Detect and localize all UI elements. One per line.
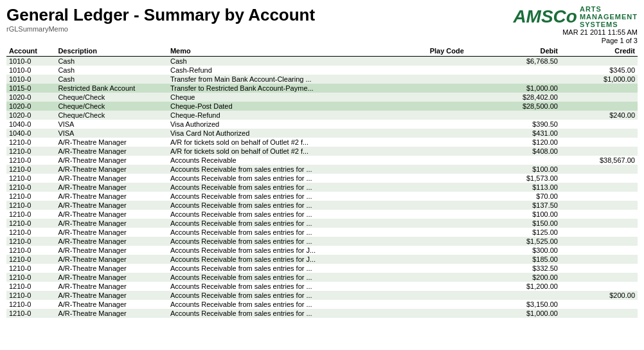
table-cell <box>560 219 638 228</box>
table-row: 1010-0CashCash-Refund$345.00 <box>6 66 638 75</box>
table-row: 1210-0A/R-Theatre ManagerAccounts Receiv… <box>6 273 638 282</box>
table-cell: Accounts Receivable from sales entries f… <box>168 282 427 291</box>
table-cell: 1210-0 <box>6 246 55 255</box>
table-row: 1210-0A/R-Theatre ManagerAccounts Receiv… <box>6 264 638 273</box>
table-row: 1210-0A/R-Theatre ManagerAccounts Receiv… <box>6 174 638 183</box>
table-cell <box>427 237 483 246</box>
table-cell: Cheque-Refund <box>168 111 427 120</box>
table-row: 1210-0A/R-Theatre ManagerAccounts Receiv… <box>6 255 638 264</box>
table-row: 1210-0A/R-Theatre ManagerAccounts Receiv… <box>6 309 638 318</box>
table-cell <box>427 66 483 75</box>
table-cell: Accounts Receivable from sales entries f… <box>168 273 427 282</box>
table-cell: A/R-Theatre Manager <box>55 237 168 246</box>
table-cell <box>560 102 638 111</box>
table-cell: 1020-0 <box>6 102 55 111</box>
col-header-description: Description <box>55 46 168 57</box>
table-cell <box>427 246 483 255</box>
datetime-display: MAR 21 2011 11:55 AM <box>562 28 638 36</box>
table-cell <box>427 219 483 228</box>
table-cell: Accounts Receivable from sales entries f… <box>168 165 427 174</box>
table-row: 1210-0A/R-Theatre ManagerAccounts Receiv… <box>6 291 638 300</box>
table-cell <box>560 138 638 147</box>
table-cell: A/R-Theatre Manager <box>55 210 168 219</box>
table-row: 1210-0A/R-Theatre ManagerAccounts Receiv… <box>6 237 638 246</box>
table-row: 1210-0A/R-Theatre ManagerAccounts Receiv… <box>6 201 638 210</box>
table-cell <box>427 183 483 192</box>
table-cell: $125.00 <box>483 228 560 237</box>
table-wrapper: Account Description Memo Play Code Debit… <box>6 46 638 318</box>
table-cell: Accounts Receivable from sales entries f… <box>168 192 427 201</box>
table-cell: Cheque/Check <box>55 93 168 102</box>
table-row: 1210-0A/R-Theatre ManagerAccounts Receiv… <box>6 156 638 165</box>
table-cell: Accounts Receivable from sales entries f… <box>168 246 427 255</box>
table-cell: $6,768.50 <box>483 57 560 66</box>
table-cell <box>560 201 638 210</box>
table-cell <box>427 264 483 273</box>
table-cell: $185.00 <box>483 255 560 264</box>
table-row: 1010-0CashTransfer from Main Bank Accoun… <box>6 75 638 84</box>
table-cell: A/R-Theatre Manager <box>55 291 168 300</box>
table-cell: $1,000.00 <box>483 84 560 93</box>
table-cell: Accounts Receivable from sales entries f… <box>168 255 427 264</box>
table-cell: 1040-0 <box>6 120 55 129</box>
logo-management: MANAGEMENT <box>580 13 638 21</box>
table-row: 1210-0A/R-Theatre ManagerAccounts Receiv… <box>6 228 638 237</box>
col-header-play-code: Play Code <box>427 46 483 57</box>
table-cell: $120.00 <box>483 138 560 147</box>
table-cell: $1,000.00 <box>560 75 638 84</box>
title-block: General Ledger - Summary by Account rGLS… <box>6 5 315 33</box>
table-row: 1210-0A/R-Theatre ManagerAccounts Receiv… <box>6 219 638 228</box>
table-cell: 1210-0 <box>6 237 55 246</box>
ledger-table: Account Description Memo Play Code Debit… <box>6 46 638 318</box>
table-cell: Accounts Receivable from sales entries f… <box>168 210 427 219</box>
table-cell: A/R-Theatre Manager <box>55 138 168 147</box>
table-cell: $200.00 <box>483 273 560 282</box>
table-cell: $100.00 <box>483 210 560 219</box>
table-cell <box>427 120 483 129</box>
table-row: 1210-0A/R-Theatre ManagerA/R for tickets… <box>6 147 638 156</box>
table-row: 1210-0A/R-Theatre ManagerAccounts Receiv… <box>6 192 638 201</box>
table-cell: Cheque/Check <box>55 111 168 120</box>
table-cell <box>560 237 638 246</box>
table-cell: Transfer from Main Bank Account-Clearing… <box>168 75 427 84</box>
table-cell: A/R-Theatre Manager <box>55 273 168 282</box>
table-cell: Accounts Receivable from sales entries f… <box>168 201 427 210</box>
col-header-memo: Memo <box>168 46 427 57</box>
table-cell: 1210-0 <box>6 201 55 210</box>
table-row: 1210-0A/R-Theatre ManagerAccounts Receiv… <box>6 246 638 255</box>
table-cell: VISA <box>55 129 168 138</box>
page-container: General Ledger - Summary by Account rGLS… <box>0 0 644 318</box>
table-cell <box>427 174 483 183</box>
table-cell <box>560 93 638 102</box>
table-cell: A/R-Theatre Manager <box>55 183 168 192</box>
table-cell: $332.50 <box>483 264 560 273</box>
table-cell: 1210-0 <box>6 192 55 201</box>
table-cell: Cheque/Check <box>55 102 168 111</box>
table-cell: 1210-0 <box>6 219 55 228</box>
table-cell: 1210-0 <box>6 291 55 300</box>
table-cell <box>560 192 638 201</box>
table-cell: $150.00 <box>483 219 560 228</box>
table-cell <box>560 300 638 309</box>
table-cell: 1210-0 <box>6 183 55 192</box>
table-cell: A/R for tickets sold on behalf of Outlet… <box>168 147 427 156</box>
table-row: 1040-0VISAVisa Authorized$390.50 <box>6 120 638 129</box>
table-cell: $1,573.00 <box>483 174 560 183</box>
table-cell: Accounts Receivable from sales entries f… <box>168 183 427 192</box>
col-header-debit: Debit <box>483 46 560 57</box>
table-cell: Accounts Receivable from sales entries f… <box>168 291 427 300</box>
table-cell: A/R-Theatre Manager <box>55 147 168 156</box>
table-cell: 1210-0 <box>6 174 55 183</box>
table-cell: A/R-Theatre Manager <box>55 282 168 291</box>
table-cell: VISA <box>55 120 168 129</box>
logo-systems: SYSTEMS <box>580 21 638 28</box>
table-cell: A/R-Theatre Manager <box>55 264 168 273</box>
report-title: General Ledger - Summary by Account <box>6 5 315 25</box>
table-cell: Cash <box>168 57 427 66</box>
report-subtitle: rGLSummaryMemo <box>6 25 315 33</box>
table-cell: Transfer to Restricted Bank Account-Paym… <box>168 84 427 93</box>
table-cell <box>560 273 638 282</box>
table-cell: $28,500.00 <box>483 102 560 111</box>
table-cell: 1020-0 <box>6 111 55 120</box>
table-cell: Accounts Receivable from sales entries f… <box>168 219 427 228</box>
